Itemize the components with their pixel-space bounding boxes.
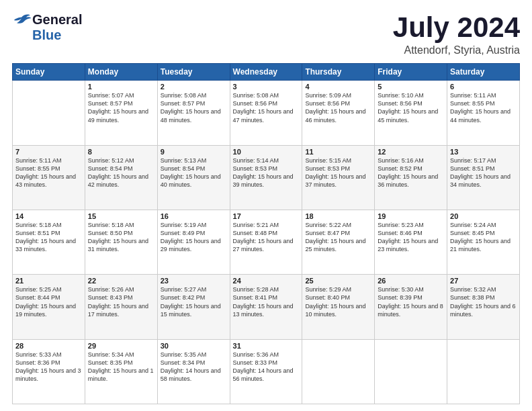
day-number: 17	[233, 212, 300, 220]
day-number: 4	[305, 83, 371, 91]
day-number: 12	[378, 148, 444, 156]
logo-blue: Blue	[32, 28, 61, 43]
day-info: Sunrise: 5:26 AMSunset: 8:43 PMDaylight:…	[88, 285, 154, 318]
day-number: 6	[450, 83, 517, 91]
calendar-week-row: 7Sunrise: 5:11 AMSunset: 8:55 PMDaylight…	[13, 145, 520, 210]
day-number: 26	[378, 277, 444, 285]
calendar-cell: 5Sunrise: 5:10 AMSunset: 8:56 PMDaylight…	[375, 81, 447, 145]
day-number: 11	[305, 148, 371, 156]
subtitle: Attendorf, Styria, Austria	[393, 44, 520, 56]
calendar-week-row: 1Sunrise: 5:07 AMSunset: 8:57 PMDaylight…	[13, 81, 520, 145]
calendar-cell: 8Sunrise: 5:12 AMSunset: 8:54 PMDaylight…	[85, 145, 157, 210]
day-info: Sunrise: 5:07 AMSunset: 8:57 PMDaylight:…	[88, 91, 154, 124]
day-number: 3	[233, 83, 300, 91]
day-info: Sunrise: 5:10 AMSunset: 8:56 PMDaylight:…	[378, 91, 444, 124]
page: General Blue July 2024 Attendorf, Styria…	[0, 0, 532, 411]
calendar-cell: 11Sunrise: 5:15 AMSunset: 8:53 PMDayligh…	[302, 145, 375, 210]
day-info: Sunrise: 5:22 AMSunset: 8:47 PMDaylight:…	[305, 221, 371, 254]
day-info: Sunrise: 5:08 AMSunset: 8:56 PMDaylight:…	[233, 91, 300, 124]
day-number: 10	[233, 148, 300, 156]
calendar-cell: 17Sunrise: 5:21 AMSunset: 8:48 PMDayligh…	[230, 210, 302, 274]
calendar-weekday: Monday	[85, 64, 157, 81]
day-info: Sunrise: 5:34 AMSunset: 8:35 PMDaylight:…	[88, 351, 154, 383]
day-number: 18	[305, 212, 371, 220]
calendar-cell: 9Sunrise: 5:13 AMSunset: 8:54 PMDaylight…	[157, 145, 230, 210]
day-info: Sunrise: 5:12 AMSunset: 8:54 PMDaylight:…	[88, 156, 154, 189]
calendar-cell: 18Sunrise: 5:22 AMSunset: 8:47 PMDayligh…	[302, 210, 375, 274]
calendar-cell: 14Sunrise: 5:18 AMSunset: 8:51 PMDayligh…	[13, 210, 85, 274]
day-info: Sunrise: 5:15 AMSunset: 8:53 PMDaylight:…	[305, 156, 371, 189]
day-info: Sunrise: 5:08 AMSunset: 8:57 PMDaylight:…	[161, 91, 227, 124]
calendar-weekday: Friday	[375, 64, 447, 81]
day-number: 31	[233, 342, 300, 350]
day-number: 24	[233, 277, 300, 285]
day-info: Sunrise: 5:11 AMSunset: 8:55 PMDaylight:…	[15, 156, 82, 189]
calendar-weekday: Thursday	[302, 64, 375, 81]
calendar-weekday: Wednesday	[230, 64, 302, 81]
day-info: Sunrise: 5:16 AMSunset: 8:52 PMDaylight:…	[378, 156, 444, 189]
calendar-cell: 19Sunrise: 5:23 AMSunset: 8:46 PMDayligh…	[375, 210, 447, 274]
day-number: 22	[88, 277, 154, 285]
day-info: Sunrise: 5:33 AMSunset: 8:36 PMDaylight:…	[15, 351, 82, 383]
day-number: 7	[15, 148, 82, 156]
day-info: Sunrise: 5:27 AMSunset: 8:42 PMDaylight:…	[161, 285, 227, 318]
calendar-cell: 2Sunrise: 5:08 AMSunset: 8:57 PMDaylight…	[157, 81, 230, 145]
calendar-cell: 28Sunrise: 5:33 AMSunset: 8:36 PMDayligh…	[13, 339, 85, 404]
calendar-cell	[375, 339, 447, 404]
calendar-cell: 4Sunrise: 5:09 AMSunset: 8:56 PMDaylight…	[302, 81, 375, 145]
day-number: 9	[161, 148, 227, 156]
day-info: Sunrise: 5:19 AMSunset: 8:49 PMDaylight:…	[161, 221, 227, 254]
day-info: Sunrise: 5:09 AMSunset: 8:56 PMDaylight:…	[305, 91, 371, 124]
day-info: Sunrise: 5:18 AMSunset: 8:50 PMDaylight:…	[88, 221, 154, 254]
calendar-cell	[447, 339, 520, 404]
day-number: 20	[450, 212, 517, 220]
day-info: Sunrise: 5:21 AMSunset: 8:48 PMDaylight:…	[233, 221, 300, 254]
day-info: Sunrise: 5:14 AMSunset: 8:53 PMDaylight:…	[233, 156, 300, 189]
calendar-cell: 7Sunrise: 5:11 AMSunset: 8:55 PMDaylight…	[13, 145, 85, 210]
day-info: Sunrise: 5:18 AMSunset: 8:51 PMDaylight:…	[15, 221, 82, 254]
day-info: Sunrise: 5:23 AMSunset: 8:46 PMDaylight:…	[378, 221, 444, 254]
calendar-weekday: Tuesday	[157, 64, 230, 81]
day-number: 13	[450, 148, 517, 156]
calendar-cell: 30Sunrise: 5:35 AMSunset: 8:34 PMDayligh…	[157, 339, 230, 404]
calendar-cell: 15Sunrise: 5:18 AMSunset: 8:50 PMDayligh…	[85, 210, 157, 274]
calendar-table: SundayMondayTuesdayWednesdayThursdayFrid…	[12, 63, 520, 404]
main-title: July 2024	[393, 12, 520, 43]
header: General Blue July 2024 Attendorf, Styria…	[12, 12, 520, 56]
calendar-cell: 24Sunrise: 5:28 AMSunset: 8:41 PMDayligh…	[230, 275, 302, 339]
day-number: 28	[15, 342, 82, 350]
calendar-cell	[302, 339, 375, 404]
day-number: 27	[450, 277, 517, 285]
calendar-header-row: SundayMondayTuesdayWednesdayThursdayFrid…	[13, 64, 520, 81]
day-info: Sunrise: 5:24 AMSunset: 8:45 PMDaylight:…	[450, 221, 517, 254]
calendar-cell: 21Sunrise: 5:25 AMSunset: 8:44 PMDayligh…	[13, 275, 85, 339]
calendar-cell: 27Sunrise: 5:32 AMSunset: 8:38 PMDayligh…	[447, 275, 520, 339]
day-info: Sunrise: 5:11 AMSunset: 8:55 PMDaylight:…	[450, 91, 517, 124]
calendar-cell: 31Sunrise: 5:36 AMSunset: 8:33 PMDayligh…	[230, 339, 302, 404]
day-number: 8	[88, 148, 154, 156]
calendar-week-row: 14Sunrise: 5:18 AMSunset: 8:51 PMDayligh…	[13, 210, 520, 274]
day-number: 30	[161, 342, 227, 350]
calendar-week-row: 21Sunrise: 5:25 AMSunset: 8:44 PMDayligh…	[13, 275, 520, 339]
calendar-cell: 12Sunrise: 5:16 AMSunset: 8:52 PMDayligh…	[375, 145, 447, 210]
day-info: Sunrise: 5:29 AMSunset: 8:40 PMDaylight:…	[305, 285, 371, 318]
calendar-week-row: 28Sunrise: 5:33 AMSunset: 8:36 PMDayligh…	[13, 339, 520, 404]
day-info: Sunrise: 5:32 AMSunset: 8:38 PMDaylight:…	[450, 285, 517, 318]
logo-icon	[12, 13, 31, 27]
day-info: Sunrise: 5:36 AMSunset: 8:33 PMDaylight:…	[233, 351, 300, 383]
day-number: 21	[15, 277, 82, 285]
day-info: Sunrise: 5:25 AMSunset: 8:44 PMDaylight:…	[15, 285, 82, 318]
day-number: 29	[88, 342, 154, 350]
calendar-cell: 3Sunrise: 5:08 AMSunset: 8:56 PMDaylight…	[230, 81, 302, 145]
day-number: 5	[378, 83, 444, 91]
day-info: Sunrise: 5:17 AMSunset: 8:51 PMDaylight:…	[450, 156, 517, 189]
logo: General Blue	[12, 12, 82, 43]
calendar-cell: 22Sunrise: 5:26 AMSunset: 8:43 PMDayligh…	[85, 275, 157, 339]
calendar-cell: 29Sunrise: 5:34 AMSunset: 8:35 PMDayligh…	[85, 339, 157, 404]
calendar-cell: 1Sunrise: 5:07 AMSunset: 8:57 PMDaylight…	[85, 81, 157, 145]
calendar-weekday: Saturday	[447, 64, 520, 81]
calendar-cell: 10Sunrise: 5:14 AMSunset: 8:53 PMDayligh…	[230, 145, 302, 210]
calendar-cell: 25Sunrise: 5:29 AMSunset: 8:40 PMDayligh…	[302, 275, 375, 339]
calendar-cell: 16Sunrise: 5:19 AMSunset: 8:49 PMDayligh…	[157, 210, 230, 274]
day-number: 16	[161, 212, 227, 220]
